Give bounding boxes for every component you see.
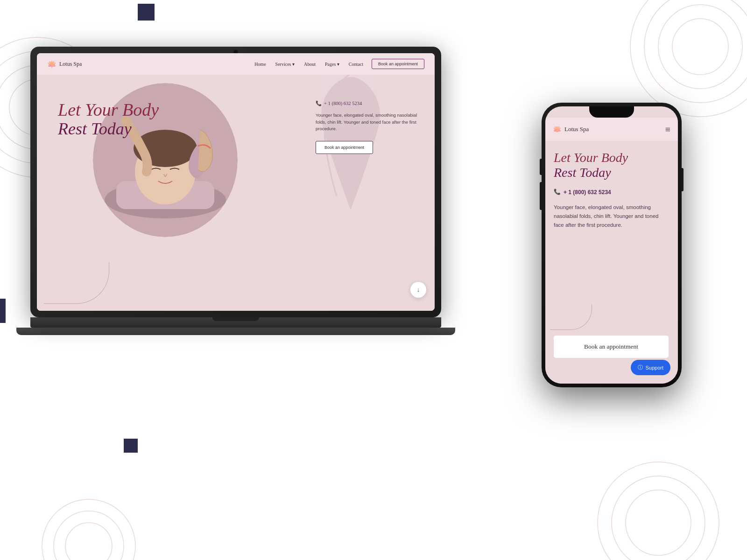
laptop-title-line1: Let Your Body (58, 100, 159, 120)
svg-point-8 (598, 462, 719, 560)
laptop-book-btn[interactable]: Book an appointment (372, 59, 424, 69)
laptop-screen: 🪷 Lotus Spa Home Services ▾ About Pages … (37, 53, 435, 311)
phone-btn-left-1 (540, 159, 542, 175)
support-button[interactable]: ⓘ Support (631, 360, 670, 375)
nav-pages[interactable]: Pages ▾ (325, 62, 339, 67)
laptop: 🪷 Lotus Spa Home Services ▾ About Pages … (30, 47, 441, 335)
svg-point-5 (644, 0, 747, 103)
svg-point-11 (42, 499, 135, 560)
dark-square-2 (0, 299, 6, 323)
laptop-hero-title: Let Your Body Rest Today (58, 100, 159, 138)
laptop-screen-bezel: 🪷 Lotus Spa Home Services ▾ About Pages … (30, 47, 441, 317)
svg-point-6 (658, 5, 742, 89)
support-icon: ⓘ (638, 364, 643, 371)
phone-btn-left-2 (540, 182, 542, 210)
phone-book-btn[interactable]: Book an appointment (554, 336, 669, 358)
phone-hamburger-icon[interactable]: ≡ (665, 124, 670, 135)
laptop-base (30, 317, 441, 328)
nav-home[interactable]: Home (254, 62, 266, 67)
laptop-phone-number: + 1 (800) 632 5234 (324, 101, 362, 106)
svg-point-12 (54, 511, 124, 560)
scroll-indicator[interactable]: ↓ (410, 282, 426, 298)
phone-icon: 📞 (316, 100, 322, 106)
laptop-lotus-icon: 🪷 (47, 60, 56, 69)
laptop-logo: 🪷 Lotus Spa (47, 60, 82, 69)
svg-point-13 (65, 523, 112, 560)
phone-content: Let Your Body Rest Today 📞 + 1 (800) 632… (545, 141, 678, 384)
laptop-hero: Let Your Body Rest Today (37, 75, 435, 311)
phone-navbar: 🪷 Lotus Spa ≡ (545, 118, 678, 141)
support-label: Support (645, 365, 663, 371)
laptop-nav-links: Home Services ▾ About Pages ▾ Contact (254, 62, 363, 67)
phone-screen: 🪷 Lotus Spa ≡ Let Your Body Rest Today 📞… (545, 106, 678, 384)
svg-point-7 (672, 19, 728, 75)
phone-phone-number-row: 📞 + 1 (800) 632 5234 (554, 189, 669, 196)
svg-point-10 (626, 490, 691, 555)
nav-services[interactable]: Services ▾ (275, 62, 295, 67)
nav-about[interactable]: About (304, 62, 316, 67)
laptop-hero-right: 📞 + 1 (800) 632 5234 Younger face, elong… (316, 100, 423, 154)
phone-phone-icon: 📞 (554, 189, 561, 196)
phone-brand-name: Lotus Spa (564, 126, 589, 133)
phone-phone-number: + 1 (800) 632 5234 (564, 189, 611, 196)
laptop-title-line2: Rest Today (58, 120, 159, 139)
decorative-circles-bottom-right (593, 457, 724, 560)
phone-hero-title: Let Your Body Rest Today (554, 150, 669, 180)
laptop-navbar: 🪷 Lotus Spa Home Services ▾ About Pages … (37, 53, 435, 75)
laptop-foot (16, 328, 455, 335)
laptop-phone: 📞 + 1 (800) 632 5234 (316, 100, 423, 106)
phone-notch (589, 106, 634, 118)
laptop-brand-name: Lotus Spa (59, 61, 82, 68)
laptop-hero-book-btn[interactable]: Book an appointment (316, 141, 373, 154)
svg-point-4 (630, 0, 747, 117)
phone-title-line2: Rest Today (554, 165, 669, 180)
nav-contact[interactable]: Contact (349, 62, 363, 67)
laptop-hero-desc: Younger face, elongated oval, smoothing … (316, 112, 423, 133)
phone-description: Younger face, elongated oval, smoothing … (554, 203, 669, 230)
phone-shell: 🪷 Lotus Spa ≡ Let Your Body Rest Today 📞… (542, 103, 682, 387)
mobile-phone: 🪷 Lotus Spa ≡ Let Your Body Rest Today 📞… (542, 103, 682, 387)
curve-decoration (44, 262, 109, 304)
dark-square-1 (138, 4, 155, 21)
phone-title-line1: Let Your Body (554, 150, 669, 165)
phone-btn-right (682, 168, 684, 191)
phone-lotus-icon: 🪷 (553, 125, 562, 133)
phone-curve (550, 304, 592, 330)
dark-square-4 (124, 439, 138, 453)
decorative-circles-bottom-left (37, 495, 140, 560)
